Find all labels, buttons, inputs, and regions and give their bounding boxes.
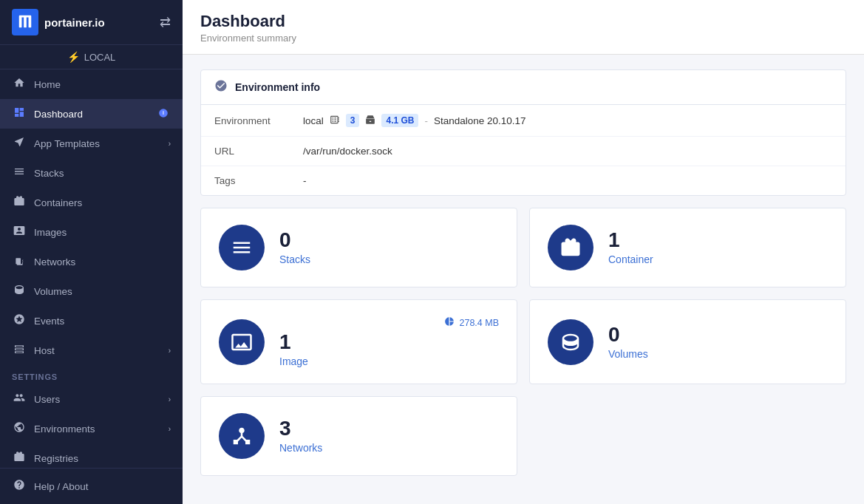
svg-text:i: i: [163, 110, 164, 115]
sidebar-item-networks[interactable]: Networks: [0, 247, 183, 276]
env-value-tags: -: [290, 166, 846, 196]
volumes-icon-circle: [548, 319, 593, 365]
sidebar-item-help-about[interactable]: Help / About: [0, 471, 183, 501]
local-section: ⚡ LOCAL: [0, 45, 183, 69]
env-info-title: Environment info: [235, 81, 320, 93]
images-size: 278.4 MB: [459, 318, 499, 328]
dashboard-icon: [12, 106, 27, 121]
sidebar-item-host-label: Host: [34, 345, 55, 356]
sidebar-logo: portainer.io: [12, 9, 105, 35]
app-templates-chevron: ›: [169, 140, 171, 148]
env-badge-cpu: 3: [346, 114, 360, 127]
sidebar-item-registries[interactable]: Registries: [0, 443, 183, 468]
sidebar-nav: Home Dashboard i App Templates › Stac: [0, 69, 183, 468]
containers-stat-info: 1 Container: [608, 230, 828, 265]
stats-grid-row3: 3 Networks: [200, 396, 846, 476]
sidebar-item-containers-label: Containers: [34, 197, 82, 208]
stats-grid-row1: 0 Stacks 1 Container: [200, 208, 846, 287]
networks-label: Networks: [279, 442, 499, 454]
local-icon: ⚡: [67, 51, 80, 63]
pie-chart-icon: [444, 316, 455, 329]
containers-count: 1: [608, 230, 828, 251]
stats-grid-row2: 278.4 MB 1 Image 0 Volumes: [200, 299, 846, 384]
sidebar-item-host[interactable]: Host ›: [0, 336, 183, 365]
networks-stat-icon: [231, 425, 253, 447]
svg-point-6: [17, 260, 19, 262]
stat-card-stacks[interactable]: 0 Stacks: [200, 208, 517, 287]
sidebar-item-events[interactable]: Events: [0, 306, 183, 336]
sidebar-item-containers[interactable]: Containers: [0, 188, 183, 217]
sidebar-item-networks-label: Networks: [34, 256, 75, 268]
volumes-stat-icon: [559, 331, 582, 353]
sidebar-item-volumes[interactable]: Volumes: [0, 276, 183, 306]
svg-rect-1: [24, 17, 27, 28]
env-value-url: /var/run/docker.sock: [290, 137, 846, 166]
networks-icon-circle: [219, 413, 265, 459]
svg-rect-10: [334, 118, 336, 118]
stat-card-containers[interactable]: 1 Container: [529, 208, 846, 287]
users-chevron: ›: [169, 395, 171, 403]
sidebar-item-app-templates[interactable]: App Templates ›: [0, 129, 183, 158]
content-area: Environment info Environment local 3: [183, 55, 864, 491]
sidebar-item-stacks[interactable]: Stacks: [0, 158, 183, 188]
images-extra: 278.4 MB: [279, 316, 499, 329]
environments-icon: [12, 421, 27, 436]
images-label: Image: [279, 355, 499, 367]
sidebar-item-images-label: Images: [34, 227, 67, 238]
networks-count: 3: [279, 418, 499, 439]
sidebar-item-home-label: Home: [34, 79, 61, 90]
host-icon: [12, 343, 27, 358]
env-separator: -: [424, 115, 428, 126]
sidebar-item-registries-label: Registries: [34, 453, 78, 464]
images-count: 1: [279, 332, 499, 353]
env-badge-memory: 4.1 GB: [381, 114, 418, 127]
page-header: Dashboard Environment summary: [183, 0, 864, 55]
stacks-label: Stacks: [279, 253, 499, 265]
sidebar-item-help-about-label: Help / About: [34, 481, 89, 492]
svg-rect-2: [29, 17, 32, 28]
containers-stat-icon: [559, 236, 582, 259]
sidebar-item-environments[interactable]: Environments ›: [0, 414, 183, 443]
stacks-icon-circle: [219, 225, 265, 270]
stat-card-networks[interactable]: 3 Networks: [200, 396, 517, 476]
networks-icon: [12, 254, 27, 269]
networks-stat-info: 3 Networks: [279, 418, 499, 454]
sidebar-item-events-label: Events: [34, 316, 64, 327]
settings-label: SETTINGS: [0, 365, 183, 384]
registries-icon: [12, 451, 27, 466]
stat-card-images[interactable]: 278.4 MB 1 Image: [200, 299, 517, 384]
env-info-card: Environment info Environment local 3: [200, 69, 846, 196]
logo-icon: [12, 9, 38, 35]
home-icon: [12, 77, 27, 92]
sidebar-item-images[interactable]: Images: [0, 217, 183, 247]
stacks-icon: [12, 166, 27, 180]
images-icon: [12, 225, 27, 239]
host-chevron: ›: [169, 347, 171, 355]
local-label: LOCAL: [84, 52, 116, 63]
app-templates-icon: [12, 136, 27, 151]
images-stat-icon: [231, 331, 253, 353]
svg-rect-8: [332, 119, 333, 120]
volumes-label: Volumes: [608, 348, 828, 360]
portainer-logo-svg: [17, 14, 33, 30]
stat-card-volumes[interactable]: 0 Volumes: [529, 299, 846, 384]
env-chip-icon: [330, 115, 340, 127]
sidebar-item-environments-label: Environments: [34, 423, 95, 435]
env-info-table: Environment local 3: [201, 105, 846, 195]
images-icon-circle: [219, 319, 265, 365]
transfer-icon[interactable]: ⇄: [160, 14, 171, 30]
users-icon: [12, 392, 27, 406]
env-label-environment: Environment: [201, 105, 290, 137]
events-icon: [12, 313, 27, 328]
env-row-tags: Tags -: [201, 166, 846, 196]
stacks-stat-info: 0 Stacks: [279, 230, 499, 265]
sidebar-item-app-templates-label: App Templates: [34, 138, 100, 149]
sidebar-item-home[interactable]: Home: [0, 69, 183, 99]
help-icon: [12, 479, 27, 494]
sidebar-item-dashboard[interactable]: Dashboard i: [0, 99, 183, 129]
stacks-count: 0: [279, 230, 499, 251]
containers-icon: [12, 195, 27, 210]
sidebar-header: portainer.io ⇄: [0, 0, 183, 45]
sidebar-item-users[interactable]: Users ›: [0, 384, 183, 414]
empty-slot: [529, 396, 846, 476]
